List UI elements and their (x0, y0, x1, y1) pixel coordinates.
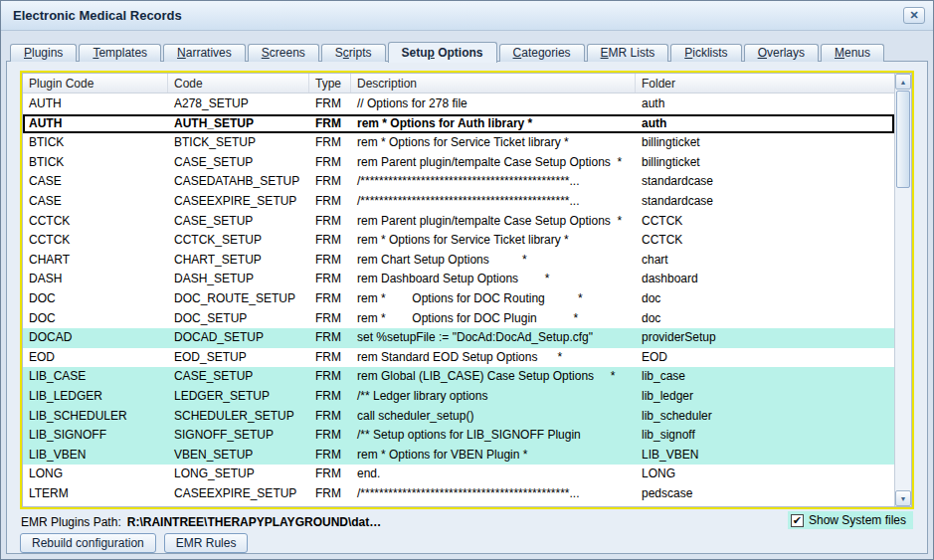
tab-emr-lists[interactable]: EMR Lists (587, 44, 669, 62)
tab-plugins[interactable]: Plugins (10, 44, 77, 62)
emr-plugins-path: EMR Plugins Path:R:\RAINTREE\THERAPYPLAY… (21, 515, 381, 529)
column-header-description[interactable]: Description (351, 74, 636, 93)
column-header-plugin-code[interactable]: Plugin Code (23, 74, 168, 93)
table-row[interactable]: LTERMCASEEXPIRE_SETUPFRM/***************… (23, 484, 894, 504)
table-row[interactable]: CCTCKCCTCK_SETUPFRMrem * Options for Ser… (23, 231, 894, 251)
tab-picklists[interactable]: Picklists (670, 44, 741, 62)
table-row[interactable]: AUTHAUTH_SETUPFRMrem * Options for Auth … (23, 114, 894, 134)
tab-narratives[interactable]: Narratives (163, 44, 246, 62)
title-bar: Electronic Medical Records ✕ (1, 1, 933, 31)
table-row[interactable]: LIB_VBENVBEN_SETUPFRMrem * Options for V… (23, 446, 894, 466)
table-row[interactable]: AUTHA278_SETUPFRM// Options for 278 file… (23, 94, 894, 114)
table-row[interactable]: LONGLONG_SETUPFRMend.LONG (23, 465, 894, 484)
table-row[interactable]: LIB_LEDGERLEDGER_SETUPFRM/** Ledger libr… (23, 387, 894, 407)
show-system-files-control[interactable]: ✔ Show System files (788, 511, 913, 529)
path-label: EMR Plugins Path: (21, 515, 121, 529)
footer-buttons: Rebuild configurationEMR Rules (20, 533, 248, 553)
scroll-up-icon[interactable]: ▲ (895, 74, 911, 90)
tab-setup-options[interactable]: Setup Options (388, 42, 497, 63)
path-value: R:\RAINTREE\THERAPYPLAYGROUND\dat… (127, 515, 382, 529)
tab-screens[interactable]: Screens (248, 44, 319, 62)
table-row[interactable]: LIB_SIGNOFFSIGNOFF_SETUPFRM/** Setup opt… (23, 426, 894, 446)
emr-rules-button[interactable]: EMR Rules (164, 533, 249, 553)
show-system-files-checkbox[interactable]: ✔ (791, 514, 804, 527)
column-header-type[interactable]: Type (309, 74, 351, 93)
close-icon[interactable]: ✕ (903, 7, 925, 24)
tab-scripts[interactable]: Scripts (321, 44, 386, 62)
window-title: Electronic Medical Records (13, 8, 903, 23)
table-row[interactable]: DASHDASH_SETUPFRMrem Dashboard Setup Opt… (23, 270, 894, 289)
tab-categories[interactable]: Categories (499, 44, 585, 62)
plugins-table: Plugin CodeCodeTypeDescriptionFolder AUT… (20, 71, 914, 509)
emr-window: Electronic Medical Records ✕ PluginsTemp… (0, 0, 934, 560)
tab-templates[interactable]: Templates (79, 44, 161, 62)
setup-options-panel: Plugin CodeCodeTypeDescriptionFolder AUT… (6, 61, 928, 554)
column-header-code[interactable]: Code (168, 74, 309, 93)
table-header: Plugin CodeCodeTypeDescriptionFolder (23, 74, 894, 93)
tab-menus[interactable]: Menus (821, 44, 884, 62)
tab-strip: PluginsTemplatesNarrativesScreensScripts… (10, 41, 884, 62)
column-header-folder[interactable]: Folder (636, 74, 894, 93)
tab-overlays[interactable]: Overlays (744, 44, 819, 62)
table-body: AUTHA278_SETUPFRM// Options for 278 file… (23, 94, 894, 506)
table-row[interactable]: DOCADDOCAD_SETUPFRMset %setupFile := "Do… (23, 328, 894, 348)
show-system-files-label: Show System files (809, 513, 906, 527)
table-row[interactable]: DOCDOC_ROUTE_SETUPFRMrem * Options for D… (23, 289, 894, 309)
check-icon: ✔ (793, 514, 802, 526)
table-row[interactable]: DOCDOC_SETUPFRMrem * Options for DOC Plu… (23, 309, 894, 329)
rebuild-configuration-button[interactable]: Rebuild configuration (20, 533, 156, 553)
table-row[interactable]: BTICKCASE_SETUPFRMrem Parent plugin/temp… (23, 153, 894, 173)
table-row[interactable]: CASECASEDATAHB_SETUPFRM/****************… (23, 172, 894, 192)
table-row[interactable]: BTICKBTICK_SETUPFRMrem * Options for Ser… (23, 133, 894, 153)
scrollbar-thumb[interactable] (896, 91, 910, 188)
table-row[interactable]: EODEOD_SETUPFRMrem Standard EOD Setup Op… (23, 348, 894, 368)
table-row[interactable]: LIB_SCHEDULERSCHEDULER_SETUPFRMcall sche… (23, 407, 894, 427)
scroll-down-icon[interactable]: ▼ (895, 490, 911, 506)
table-row[interactable]: CASECASEEXPIRE_SETUPFRM/****************… (23, 192, 894, 212)
table-row[interactable]: CHARTCHART_SETUPFRMrem Chart Setup Optio… (23, 251, 894, 271)
table-row[interactable]: CCTCKCASE_SETUPFRMrem Parent plugin/temp… (23, 212, 894, 232)
table-row[interactable]: LIB_CASECASE_SETUPFRMrem Global (LIB_CAS… (23, 367, 894, 387)
vertical-scrollbar[interactable]: ▲ ▼ (894, 74, 911, 506)
